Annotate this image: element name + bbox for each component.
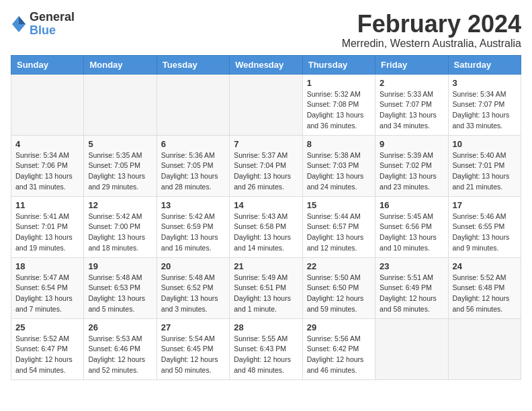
day-info: Sunrise: 5:40 AMSunset: 7:01 PMDaylight:… xyxy=(453,150,517,193)
calendar-cell: 10Sunrise: 5:40 AMSunset: 7:01 PMDayligh… xyxy=(448,135,521,196)
day-number: 11 xyxy=(15,200,79,210)
day-number: 28 xyxy=(234,322,298,332)
day-info: Sunrise: 5:55 AMSunset: 6:43 PMDaylight:… xyxy=(234,334,298,376)
day-info: Sunrise: 5:54 AMSunset: 6:45 PMDaylight:… xyxy=(161,334,225,376)
day-info: Sunrise: 5:43 AMSunset: 6:58 PMDaylight:… xyxy=(234,212,298,254)
day-number: 26 xyxy=(88,322,152,332)
day-number: 8 xyxy=(307,139,371,149)
day-number: 21 xyxy=(234,261,298,271)
day-number: 14 xyxy=(234,200,298,210)
svg-marker-1 xyxy=(19,16,26,24)
day-number: 27 xyxy=(161,322,225,332)
calendar-cell xyxy=(448,318,521,379)
calendar-cell: 12Sunrise: 5:42 AMSunset: 7:00 PMDayligh… xyxy=(84,196,157,257)
calendar-header-saturday: Saturday xyxy=(448,55,521,74)
day-info: Sunrise: 5:42 AMSunset: 7:00 PMDaylight:… xyxy=(88,212,152,254)
day-number: 29 xyxy=(307,322,371,332)
day-number: 6 xyxy=(161,139,225,149)
day-number: 3 xyxy=(453,78,517,88)
day-number: 5 xyxy=(88,139,152,149)
calendar-cell: 7Sunrise: 5:37 AMSunset: 7:04 PMDaylight… xyxy=(230,135,302,196)
calendar-title: February 2024 xyxy=(342,11,521,38)
calendar-week-1: 1Sunrise: 5:32 AMSunset: 7:08 PMDaylight… xyxy=(11,74,521,135)
day-info: Sunrise: 5:49 AMSunset: 6:51 PMDaylight:… xyxy=(234,273,298,315)
calendar-cell: 6Sunrise: 5:36 AMSunset: 7:05 PMDaylight… xyxy=(157,135,229,196)
day-info: Sunrise: 5:46 AMSunset: 6:55 PMDaylight:… xyxy=(453,212,517,254)
calendar-cell: 24Sunrise: 5:52 AMSunset: 6:48 PMDayligh… xyxy=(448,257,521,318)
day-number: 16 xyxy=(380,200,443,210)
day-number: 10 xyxy=(453,139,517,149)
day-info: Sunrise: 5:45 AMSunset: 6:56 PMDaylight:… xyxy=(380,212,443,254)
day-info: Sunrise: 5:32 AMSunset: 7:08 PMDaylight:… xyxy=(307,89,371,132)
calendar-cell: 13Sunrise: 5:42 AMSunset: 6:59 PMDayligh… xyxy=(157,196,229,257)
calendar-header-monday: Monday xyxy=(84,55,157,74)
calendar-cell: 4Sunrise: 5:34 AMSunset: 7:06 PMDaylight… xyxy=(11,135,84,196)
day-info: Sunrise: 5:41 AMSunset: 7:01 PMDaylight:… xyxy=(15,212,79,254)
calendar-cell xyxy=(157,74,229,135)
calendar-subtitle: Merredin, Western Australia, Australia xyxy=(342,38,521,50)
day-number: 19 xyxy=(88,261,152,271)
calendar-cell xyxy=(84,74,157,135)
calendar-cell: 1Sunrise: 5:32 AMSunset: 7:08 PMDaylight… xyxy=(302,74,375,135)
day-info: Sunrise: 5:51 AMSunset: 6:49 PMDaylight:… xyxy=(380,273,443,315)
day-info: Sunrise: 5:48 AMSunset: 6:52 PMDaylight:… xyxy=(161,273,225,315)
calendar-cell: 15Sunrise: 5:44 AMSunset: 6:57 PMDayligh… xyxy=(302,196,375,257)
day-info: Sunrise: 5:52 AMSunset: 6:47 PMDaylight:… xyxy=(15,334,79,376)
calendar-cell: 26Sunrise: 5:53 AMSunset: 6:46 PMDayligh… xyxy=(84,318,157,379)
calendar-cell: 29Sunrise: 5:56 AMSunset: 6:42 PMDayligh… xyxy=(302,318,375,379)
day-info: Sunrise: 5:36 AMSunset: 7:05 PMDaylight:… xyxy=(161,150,225,193)
calendar-table: SundayMondayTuesdayWednesdayThursdayFrid… xyxy=(11,55,521,380)
calendar-cell: 16Sunrise: 5:45 AMSunset: 6:56 PMDayligh… xyxy=(375,196,448,257)
day-info: Sunrise: 5:35 AMSunset: 7:05 PMDaylight:… xyxy=(88,150,152,193)
calendar-week-4: 18Sunrise: 5:47 AMSunset: 6:54 PMDayligh… xyxy=(11,257,521,318)
calendar-cell: 18Sunrise: 5:47 AMSunset: 6:54 PMDayligh… xyxy=(11,257,84,318)
day-number: 22 xyxy=(307,261,371,271)
calendar-cell: 11Sunrise: 5:41 AMSunset: 7:01 PMDayligh… xyxy=(11,196,84,257)
calendar-header-tuesday: Tuesday xyxy=(157,55,229,74)
title-area: February 2024 Merredin, Western Australi… xyxy=(342,11,521,50)
day-number: 23 xyxy=(380,261,443,271)
day-number: 7 xyxy=(234,139,298,149)
day-info: Sunrise: 5:38 AMSunset: 7:03 PMDaylight:… xyxy=(307,150,371,193)
calendar-week-5: 25Sunrise: 5:52 AMSunset: 6:47 PMDayligh… xyxy=(11,318,521,379)
day-number: 2 xyxy=(380,78,443,88)
day-number: 4 xyxy=(15,139,79,149)
calendar-cell: 21Sunrise: 5:49 AMSunset: 6:51 PMDayligh… xyxy=(230,257,302,318)
day-info: Sunrise: 5:50 AMSunset: 6:50 PMDaylight:… xyxy=(307,273,371,315)
day-number: 25 xyxy=(15,322,79,332)
calendar-header-wednesday: Wednesday xyxy=(230,55,302,74)
calendar-cell: 9Sunrise: 5:39 AMSunset: 7:02 PMDaylight… xyxy=(375,135,448,196)
calendar-cell: 20Sunrise: 5:48 AMSunset: 6:52 PMDayligh… xyxy=(157,257,229,318)
calendar-cell xyxy=(375,318,448,379)
calendar-cell: 19Sunrise: 5:48 AMSunset: 6:53 PMDayligh… xyxy=(84,257,157,318)
calendar-cell: 3Sunrise: 5:34 AMSunset: 7:07 PMDaylight… xyxy=(448,74,521,135)
logo: General Blue xyxy=(11,11,75,38)
calendar-cell: 5Sunrise: 5:35 AMSunset: 7:05 PMDaylight… xyxy=(84,135,157,196)
calendar-cell: 23Sunrise: 5:51 AMSunset: 6:49 PMDayligh… xyxy=(375,257,448,318)
day-info: Sunrise: 5:48 AMSunset: 6:53 PMDaylight:… xyxy=(88,273,152,315)
day-info: Sunrise: 5:33 AMSunset: 7:07 PMDaylight:… xyxy=(380,89,443,132)
day-info: Sunrise: 5:39 AMSunset: 7:02 PMDaylight:… xyxy=(380,150,443,193)
calendar-header-friday: Friday xyxy=(375,55,448,74)
day-info: Sunrise: 5:34 AMSunset: 7:07 PMDaylight:… xyxy=(453,89,517,132)
day-info: Sunrise: 5:53 AMSunset: 6:46 PMDaylight:… xyxy=(88,334,152,376)
calendar-cell: 28Sunrise: 5:55 AMSunset: 6:43 PMDayligh… xyxy=(230,318,302,379)
calendar-header-thursday: Thursday xyxy=(302,55,375,74)
day-number: 20 xyxy=(161,261,225,271)
day-info: Sunrise: 5:34 AMSunset: 7:06 PMDaylight:… xyxy=(15,150,79,193)
day-number: 18 xyxy=(15,261,79,271)
calendar-header-row: SundayMondayTuesdayWednesdayThursdayFrid… xyxy=(11,55,521,74)
calendar-cell: 22Sunrise: 5:50 AMSunset: 6:50 PMDayligh… xyxy=(302,257,375,318)
day-number: 9 xyxy=(380,139,443,149)
day-number: 12 xyxy=(88,200,152,210)
calendar-cell: 2Sunrise: 5:33 AMSunset: 7:07 PMDaylight… xyxy=(375,74,448,135)
page-header: General Blue February 2024 Merredin, Wes… xyxy=(11,11,521,50)
calendar-week-2: 4Sunrise: 5:34 AMSunset: 7:06 PMDaylight… xyxy=(11,135,521,196)
calendar-cell xyxy=(230,74,302,135)
calendar-cell: 17Sunrise: 5:46 AMSunset: 6:55 PMDayligh… xyxy=(448,196,521,257)
day-info: Sunrise: 5:56 AMSunset: 6:42 PMDaylight:… xyxy=(307,334,371,376)
calendar-header-sunday: Sunday xyxy=(11,55,84,74)
logo-blue-text: Blue xyxy=(30,24,75,38)
day-info: Sunrise: 5:37 AMSunset: 7:04 PMDaylight:… xyxy=(234,150,298,193)
calendar-cell xyxy=(11,74,84,135)
